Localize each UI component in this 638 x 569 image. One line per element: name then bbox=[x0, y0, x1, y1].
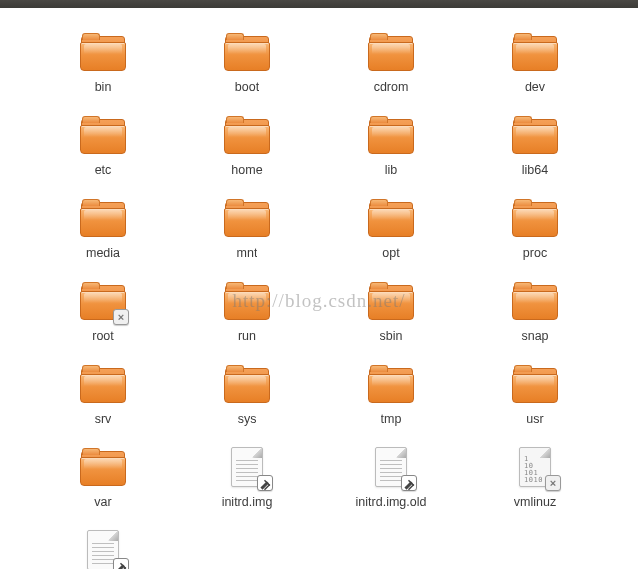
file-item-initrd-img[interactable]: initrd.img bbox=[180, 449, 314, 510]
symlink-emblem-icon bbox=[401, 475, 417, 491]
file-item-lib64[interactable]: lib64 bbox=[468, 117, 602, 178]
file-item-root[interactable]: ×root bbox=[36, 283, 170, 344]
file-label: run bbox=[238, 329, 256, 344]
file-label: lib bbox=[385, 163, 398, 178]
file-item-usr[interactable]: usr bbox=[468, 366, 602, 427]
text-file-icon bbox=[223, 449, 271, 489]
file-item-proc[interactable]: proc bbox=[468, 200, 602, 261]
folder-icon bbox=[367, 366, 415, 406]
text-file-icon bbox=[79, 532, 127, 569]
file-item-sys[interactable]: sys bbox=[180, 366, 314, 427]
file-label: cdrom bbox=[374, 80, 409, 95]
file-label: boot bbox=[235, 80, 259, 95]
file-item-tmp[interactable]: tmp bbox=[324, 366, 458, 427]
text-file-icon bbox=[367, 449, 415, 489]
folder-icon bbox=[79, 200, 127, 240]
file-label: opt bbox=[382, 246, 399, 261]
folder-icon bbox=[223, 283, 271, 323]
file-label: sbin bbox=[380, 329, 403, 344]
folder-icon bbox=[367, 117, 415, 157]
folder-icon bbox=[223, 366, 271, 406]
folder-icon bbox=[223, 117, 271, 157]
folder-icon bbox=[79, 449, 127, 489]
binary-file-icon: 1 10 101 1010× bbox=[511, 449, 559, 489]
file-icon-view: binbootcdromdevetchomeliblib64mediamntop… bbox=[0, 8, 638, 569]
file-label: tmp bbox=[381, 412, 402, 427]
folder-icon bbox=[79, 366, 127, 406]
no-access-emblem-icon: × bbox=[545, 475, 561, 491]
folder-icon bbox=[511, 117, 559, 157]
file-label: snap bbox=[521, 329, 548, 344]
file-item-snap[interactable]: snap bbox=[468, 283, 602, 344]
folder-icon: × bbox=[79, 283, 127, 323]
file-label: mnt bbox=[237, 246, 258, 261]
file-label: usr bbox=[526, 412, 543, 427]
folder-icon bbox=[223, 200, 271, 240]
file-item-etc[interactable]: etc bbox=[36, 117, 170, 178]
file-label: initrd.img bbox=[222, 495, 273, 510]
file-label: bin bbox=[95, 80, 112, 95]
file-item-initrd-img-old[interactable]: initrd.img.old bbox=[324, 449, 458, 510]
file-label: sys bbox=[238, 412, 257, 427]
file-label: vmlinuz bbox=[514, 495, 556, 510]
file-item-vmlinuz[interactable]: 1 10 101 1010×vmlinuz bbox=[468, 449, 602, 510]
file-item-mnt[interactable]: mnt bbox=[180, 200, 314, 261]
no-access-emblem-icon: × bbox=[113, 309, 129, 325]
file-item-media[interactable]: media bbox=[36, 200, 170, 261]
folder-icon bbox=[511, 366, 559, 406]
folder-icon bbox=[367, 34, 415, 74]
folder-icon bbox=[79, 34, 127, 74]
file-item-boot[interactable]: boot bbox=[180, 34, 314, 95]
folder-icon bbox=[367, 200, 415, 240]
file-item-sbin[interactable]: sbin bbox=[324, 283, 458, 344]
file-label: dev bbox=[525, 80, 545, 95]
folder-icon bbox=[511, 200, 559, 240]
file-item-home[interactable]: home bbox=[180, 117, 314, 178]
symlink-emblem-icon bbox=[113, 558, 129, 569]
file-label: etc bbox=[95, 163, 112, 178]
folder-icon bbox=[511, 34, 559, 74]
file-item-cdrom[interactable]: cdrom bbox=[324, 34, 458, 95]
file-label: lib64 bbox=[522, 163, 548, 178]
folder-icon bbox=[223, 34, 271, 74]
window-titlebar bbox=[0, 0, 638, 8]
file-label: media bbox=[86, 246, 120, 261]
file-label: srv bbox=[95, 412, 112, 427]
folder-icon bbox=[367, 283, 415, 323]
file-label: var bbox=[94, 495, 111, 510]
file-item-run[interactable]: run bbox=[180, 283, 314, 344]
folder-icon bbox=[511, 283, 559, 323]
file-item-opt[interactable]: opt bbox=[324, 200, 458, 261]
file-item-dev[interactable]: dev bbox=[468, 34, 602, 95]
file-item-var[interactable]: var bbox=[36, 449, 170, 510]
file-item-lib[interactable]: lib bbox=[324, 117, 458, 178]
folder-icon bbox=[79, 117, 127, 157]
file-item-vmlinuz-old[interactable]: vmlinuz.old bbox=[36, 532, 170, 569]
symlink-emblem-icon bbox=[257, 475, 273, 491]
file-label: initrd.img.old bbox=[356, 495, 427, 510]
file-item-srv[interactable]: srv bbox=[36, 366, 170, 427]
file-label: home bbox=[231, 163, 262, 178]
file-item-bin[interactable]: bin bbox=[36, 34, 170, 95]
file-label: proc bbox=[523, 246, 547, 261]
file-label: root bbox=[92, 329, 114, 344]
